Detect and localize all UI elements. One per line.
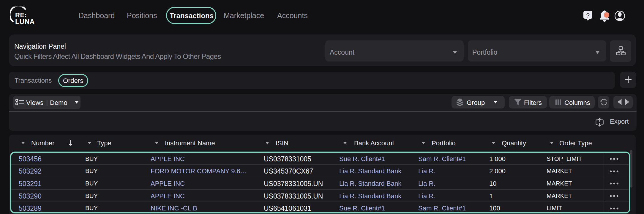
svg-text:LUNA: LUNA xyxy=(15,18,35,26)
svg-text:?: ? xyxy=(586,12,590,19)
